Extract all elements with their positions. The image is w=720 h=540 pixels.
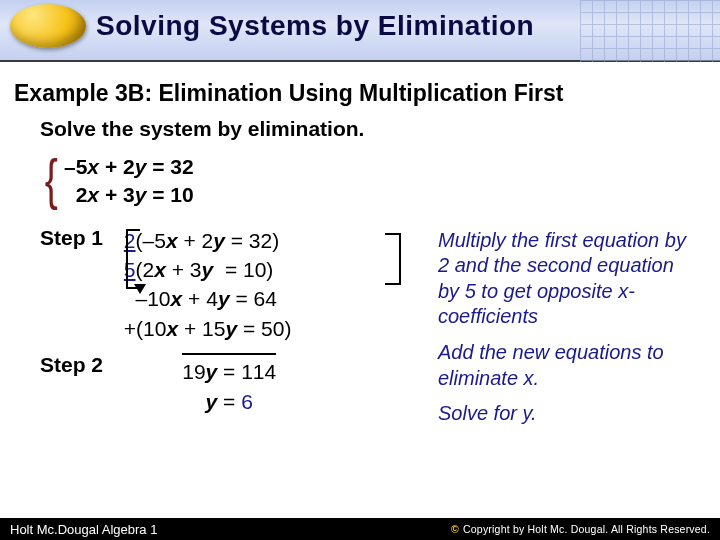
system-of-equations: { –5x + 2y = 32 2x + 3y = 10 xyxy=(64,153,698,210)
header-title: Solving Systems by Elimination xyxy=(96,10,534,42)
arrowhead-icon xyxy=(134,284,146,294)
slide-content: Solve the system by elimination. { –5x +… xyxy=(0,117,720,437)
slide-footer: Holt Mc.Dougal Algebra 1 ©Copyright by H… xyxy=(0,518,720,540)
equation-2: 2x + 3y = 10 xyxy=(64,181,698,209)
right-bracket-icon xyxy=(385,233,401,285)
slide-header: Solving Systems by Elimination xyxy=(0,0,720,62)
explain-1: Multiply the first equation by 2 and the… xyxy=(438,228,698,330)
header-oval-icon xyxy=(10,4,86,48)
example-title: Example 3B: Elimination Using Multiplica… xyxy=(14,80,706,107)
work-column: Step 1 2(–5x + 2y = 32) 5(2x + 3y = 10) … xyxy=(40,226,420,416)
footer-left-text: Holt Mc.Dougal Algebra 1 xyxy=(10,522,157,537)
curly-brace-icon: { xyxy=(45,151,58,207)
explain-2: Add the new equations to eliminate x. xyxy=(438,340,698,391)
step-1-work: 2(–5x + 2y = 32) 5(2x + 3y = 10) –10x + … xyxy=(124,226,292,344)
step-2-work: 19y = 114 y = 6 xyxy=(124,353,276,416)
copyright-icon: © xyxy=(451,523,459,535)
header-grid-decoration xyxy=(580,0,720,62)
explanation-column: Multiply the first equation by 2 and the… xyxy=(438,226,698,437)
step-1-label: Step 1 xyxy=(40,226,118,250)
left-bracket-icon xyxy=(126,229,140,289)
equation-1: –5x + 2y = 32 xyxy=(64,153,698,181)
instruction-text: Solve the system by elimination. xyxy=(40,117,698,141)
step-2-label: Step 2 xyxy=(40,353,118,377)
explain-3: Solve for y. xyxy=(438,401,698,427)
footer-right-text: ©Copyright by Holt Mc. Dougal. All Right… xyxy=(451,523,710,535)
